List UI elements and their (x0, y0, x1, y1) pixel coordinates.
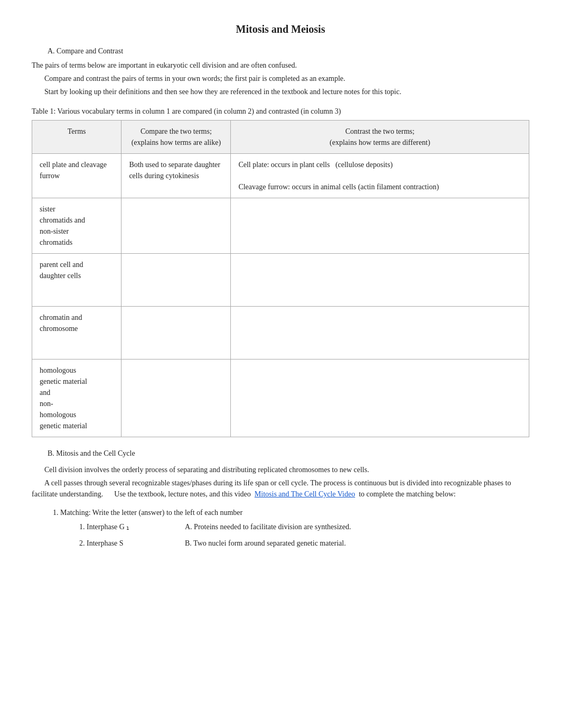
contrast-cell-3 (231, 254, 529, 307)
terms-cell-5: homologousgenetic materialandnon-homolog… (32, 360, 121, 437)
matching-number-2: 2. Interphase S (79, 538, 164, 549)
page-title: Mitosis and Meiosis (32, 21, 529, 37)
contrast-cell-1: Cell plate: occurs in plant cells (cellu… (231, 154, 529, 198)
matching-title: 1. Matching: Write the letter (answer) t… (53, 507, 529, 518)
intro-line-3: Start by looking up their definitions an… (32, 86, 529, 97)
matching-answer-1: A. Proteins needed to facilitate divisio… (185, 521, 351, 532)
terms-cell-1: cell plate and cleavage furrow (32, 154, 121, 198)
table-row: cell plate and cleavage furrow Both used… (32, 154, 529, 198)
col-header-contrast: Contrast the two terms;(explains how ter… (231, 121, 529, 154)
matching-section: 1. Matching: Write the letter (answer) t… (53, 507, 529, 549)
table-row: homologousgenetic materialandnon-homolog… (32, 360, 529, 437)
intro-line-1: The pairs of terms below are important i… (32, 60, 529, 71)
compare-cell-5 (121, 360, 231, 437)
cell-cycle-video-link[interactable]: Mitosis and The Cell Cycle Video (255, 490, 355, 498)
terms-cell-2: sisterchromatids andnon-sisterchromatids (32, 198, 121, 254)
table-row: chromatin andchromosome (32, 307, 529, 360)
matching-item-2: 2. Interphase S B. Two nuclei form aroun… (79, 538, 529, 549)
terms-cell-3: parent cell anddaughter cells (32, 254, 121, 307)
section-a-label: A. Compare and Contrast (48, 45, 529, 57)
table-row: parent cell anddaughter cells (32, 254, 529, 307)
col-header-terms: Terms (32, 121, 121, 154)
section-b-line-2: A cell passes through several recognizab… (32, 477, 529, 500)
contrast-cell-4 (231, 307, 529, 360)
matching-item-1: 1. Interphase G ₁ A. Proteins needed to … (79, 521, 529, 532)
compare-cell-1: Both used to separate daughter cells dur… (121, 154, 231, 198)
compare-cell-2 (121, 198, 231, 254)
compare-cell-3 (121, 254, 231, 307)
contrast-cell-2 (231, 198, 529, 254)
section-b-label: B. Mitosis and the Cell Cycle (48, 448, 529, 459)
section-b-line-1: Cell division involves the orderly proce… (32, 464, 529, 475)
col-header-compare: Compare the two terms;(explains how term… (121, 121, 231, 154)
compare-cell-4 (121, 307, 231, 360)
vocabulary-table: Terms Compare the two terms;(explains ho… (32, 120, 529, 437)
matching-answer-2: B. Two nuclei form around separated gene… (185, 538, 346, 549)
intro-line-2: Compare and contrast the pairs of terms … (32, 73, 529, 84)
table-caption: Table 1: Various vocabulary terms in col… (32, 106, 529, 117)
contrast-cell-5 (231, 360, 529, 437)
terms-cell-4: chromatin andchromosome (32, 307, 121, 360)
table-row: sisterchromatids andnon-sisterchromatids (32, 198, 529, 254)
matching-number-1: 1. Interphase G ₁ (79, 521, 164, 532)
